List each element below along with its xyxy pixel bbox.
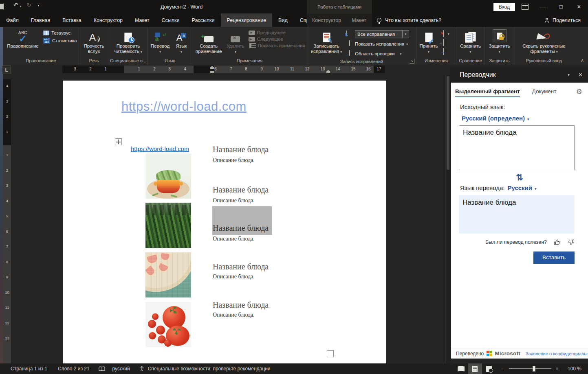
dish-image-asparagus[interactable]	[145, 203, 191, 248]
read-aloud-button[interactable]: A Прочестьвслух	[80, 28, 108, 57]
delete-comment-button[interactable]: × Удалить ▾	[224, 28, 247, 57]
tab-references[interactable]: Ссылки	[155, 13, 185, 27]
ribbon-display-options-button[interactable]: ↑	[522, 4, 529, 10]
dish-desc[interactable]: Описание блюда.	[213, 273, 255, 280]
swap-languages-icon[interactable]: ⇅	[451, 173, 588, 182]
accessibility-status[interactable]: Специальные возможности: проверьте реком…	[148, 366, 271, 372]
check-accessibility-button[interactable]: Проверитьчитаемость ▾	[110, 28, 146, 57]
table-cell-hyperlink[interactable]: https://word-load.com	[131, 145, 189, 152]
gear-icon[interactable]: ⚙	[576, 88, 582, 95]
accessibility-icon[interactable]	[139, 366, 145, 372]
zoom-slider[interactable]	[509, 368, 551, 369]
redo-button[interactable]: ↻	[26, 2, 31, 8]
thumbs-down-icon[interactable]	[568, 239, 575, 245]
pane-options-button[interactable]: ▾	[568, 73, 570, 77]
next-comment-button[interactable]: ▶Следующее	[249, 37, 305, 42]
signin-button[interactable]: Вход	[493, 3, 515, 11]
markup-mode-select[interactable]: Все исправления ▾	[355, 30, 409, 38]
reviewing-pane-button[interactable]: → Область проверки▾	[346, 49, 409, 58]
tab-review[interactable]: Рецензирование	[221, 13, 273, 27]
undo-button[interactable]: ↶	[13, 2, 18, 8]
vertical-ruler[interactable]: 4 3 2 1 1 2 3 4 5 6 7 8 9 10 11 12 13	[3, 79, 11, 363]
customize-qat-button[interactable]: ▾	[37, 4, 40, 7]
hide-ink-button[interactable]: Скрыть рукописныефрагменты ▾	[515, 28, 573, 57]
thumbs-up-icon[interactable]	[554, 239, 561, 245]
scrollbar-thumb[interactable]	[447, 76, 449, 170]
accept-button[interactable]: ✓ Принять ▾	[417, 28, 440, 57]
previous-change-button[interactable]: ←	[440, 39, 449, 47]
dish-title[interactable]: Название блюда	[213, 262, 269, 271]
tab-stop-selector[interactable]: L	[2, 66, 11, 74]
dish-image-green-beans[interactable]	[145, 153, 191, 199]
undo-dropdown-icon[interactable]: ▾	[20, 5, 22, 8]
table-move-handle-icon[interactable]	[115, 138, 122, 145]
tab-layout[interactable]: Макет	[129, 13, 155, 27]
source-language-select[interactable]: Русский (определен)▾	[462, 115, 588, 122]
dish-title-selected[interactable]: Название блюда	[213, 223, 269, 233]
insert-button[interactable]: Вставить	[533, 252, 575, 264]
new-comment-button[interactable]: + Создатьпримечание	[193, 28, 224, 57]
print-layout-button[interactable]	[468, 363, 482, 374]
track-changes-button[interactable]: ✎ Записыватьисправления ▾	[308, 28, 345, 57]
read-mode-button[interactable]	[454, 363, 468, 374]
minimize-button[interactable]: —	[534, 0, 552, 13]
tab-file[interactable]: Файл	[0, 13, 25, 27]
web-layout-button[interactable]	[482, 363, 496, 374]
dish-desc[interactable]: Описание блюда.	[213, 197, 255, 204]
dish-title[interactable]: Название блюда	[213, 185, 269, 195]
dish-title[interactable]: Название блюда	[213, 145, 269, 154]
language-indicator[interactable]: русский	[112, 366, 130, 372]
zoom-in-button[interactable]: +	[555, 365, 559, 372]
previous-comment-button[interactable]: ◀Предыдущее	[249, 30, 305, 35]
tab-mailings[interactable]: Рассылки	[185, 13, 220, 27]
maximize-button[interactable]: □	[552, 0, 570, 13]
tab-table-design[interactable]: Конструктор	[307, 13, 346, 27]
pane-close-button[interactable]: ×	[579, 71, 582, 79]
reject-button[interactable]: ×▾	[440, 30, 449, 38]
dish-desc[interactable]: Описание блюда.	[213, 236, 255, 242]
share-button[interactable]: Поделиться	[544, 13, 581, 27]
dish-image-tomatoes[interactable]	[145, 302, 191, 347]
tab-home[interactable]: Главная	[25, 13, 57, 27]
zoom-out-button[interactable]: −	[502, 365, 505, 372]
dialog-launcher-icon[interactable]: ↘	[410, 59, 414, 63]
close-button[interactable]: ×	[570, 0, 588, 13]
proofing-status-icon[interactable]	[99, 366, 105, 372]
show-comments-button[interactable]: Показать примечания	[249, 43, 305, 48]
target-language-select[interactable]: Русский	[507, 184, 532, 191]
tab-selection[interactable]: Выделенный фрагмент	[455, 88, 520, 97]
right-indent-marker[interactable]	[326, 70, 330, 73]
word-count-button[interactable]: ABC123Статистика	[43, 38, 77, 44]
word-count-indicator[interactable]: Слово 2 из 21	[58, 366, 90, 372]
horizontal-ruler[interactable]: 3 2 1 1 2 3 4 6 7 8 9 10 11 12 13 14 15 …	[62, 66, 385, 73]
document-page[interactable]: https://word-load.com https://word-load.…	[63, 81, 386, 363]
compare-button[interactable]: Сравнить ▾	[457, 28, 484, 57]
dish-desc[interactable]: Описание блюда.	[213, 157, 255, 164]
document-scrollbar[interactable]	[445, 74, 450, 363]
tab-view[interactable]: Вид	[272, 13, 294, 27]
next-change-button[interactable]: →	[440, 48, 449, 56]
indent-marker[interactable]	[210, 71, 214, 73]
protect-button[interactable]: Защитить ▾	[486, 28, 513, 57]
source-text-box[interactable]: Название блюда	[459, 125, 575, 170]
table-resize-handle[interactable]	[327, 350, 334, 357]
tell-me-box[interactable]: Что вы хотите сделать?	[377, 13, 441, 27]
dish-desc[interactable]: Описание блюда.	[213, 312, 255, 318]
translation-result-box[interactable]: Название блюда	[459, 195, 575, 234]
dish-image-grapefruit[interactable]	[145, 252, 191, 297]
thesaurus-button[interactable]: Тезаурус	[43, 31, 77, 35]
privacy-link[interactable]: Заявление о конфиденциальности	[526, 351, 588, 356]
language-button[interactable]: Aа Язык ▾	[172, 28, 191, 57]
tab-design[interactable]: Конструктор	[88, 13, 129, 27]
tab-table-layout[interactable]: Макет	[346, 13, 371, 27]
tab-document[interactable]: Документ	[532, 88, 557, 96]
spelling-button[interactable]: ABC✓ Правописание	[4, 28, 42, 57]
zoom-level[interactable]: 100 %	[564, 366, 581, 372]
dish-title[interactable]: Название блюда	[213, 300, 269, 310]
heading-hyperlink[interactable]: https://word-load.com	[121, 99, 247, 114]
translate-button[interactable]: а⇄ Перевод ▾	[148, 28, 172, 57]
tab-insert[interactable]: Вставка	[56, 13, 87, 27]
page-indicator[interactable]: Страница 1 из 1	[11, 366, 47, 372]
collapse-ribbon-icon[interactable]: ∧	[581, 58, 584, 63]
show-markup-button[interactable]: Показать исправления▾	[346, 39, 409, 48]
